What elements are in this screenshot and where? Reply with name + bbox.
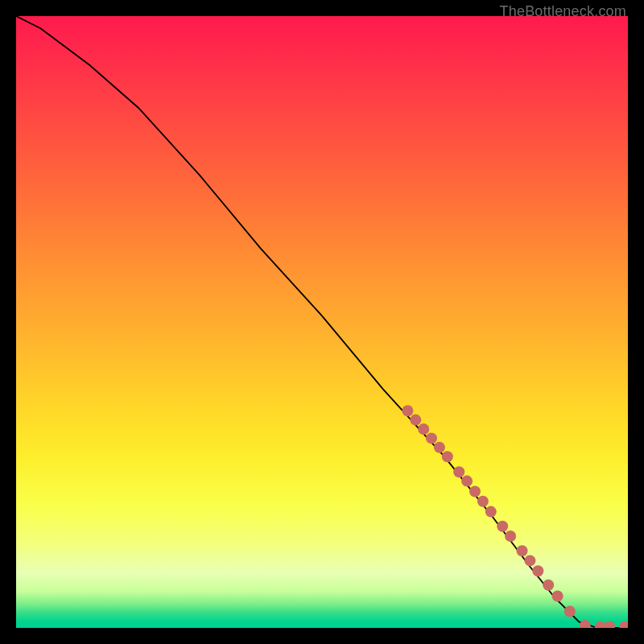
bottleneck-curve bbox=[16, 16, 628, 628]
data-dot bbox=[453, 466, 464, 477]
data-dot bbox=[477, 496, 489, 507]
data-dot bbox=[619, 621, 628, 629]
data-dot bbox=[564, 606, 576, 617]
data-dot bbox=[532, 565, 543, 576]
data-dot bbox=[543, 580, 554, 591]
data-dot bbox=[485, 506, 497, 518]
chart-stage: TheBottleneck.com bbox=[0, 0, 644, 644]
data-dot bbox=[517, 545, 528, 556]
chart-svg bbox=[16, 16, 628, 628]
plot-area bbox=[16, 16, 628, 628]
data-dot bbox=[469, 486, 481, 497]
data-dot bbox=[442, 451, 453, 462]
data-dot bbox=[552, 591, 564, 602]
data-dot bbox=[461, 476, 473, 487]
data-dot bbox=[524, 555, 535, 566]
data-dot bbox=[497, 521, 508, 532]
data-dot bbox=[426, 432, 437, 444]
data-dot bbox=[580, 620, 591, 628]
data-dot bbox=[505, 530, 516, 542]
data-dot bbox=[402, 405, 413, 416]
data-dot bbox=[604, 621, 615, 629]
highlighted-dots bbox=[402, 405, 628, 628]
data-dot bbox=[434, 442, 445, 453]
data-dot bbox=[418, 423, 429, 435]
data-dot bbox=[410, 415, 421, 426]
